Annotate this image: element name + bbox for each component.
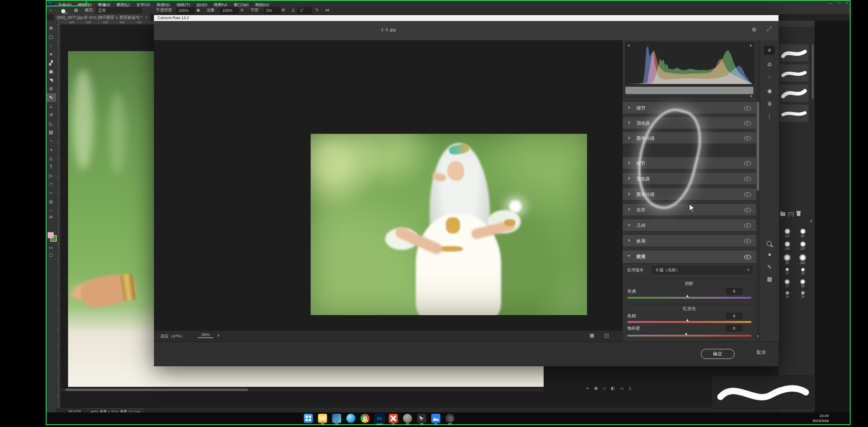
brush-preset[interactable]: 14	[780, 291, 794, 302]
symmetry-icon[interactable]: ⋈	[325, 6, 329, 14]
saturation-slider[interactable]: ▲	[627, 335, 752, 337]
hue-slider[interactable]: ▲	[627, 321, 752, 323]
opacity-select[interactable]: 100%	[176, 7, 195, 14]
presets-tool[interactable]: ≣	[760, 100, 779, 107]
gradient-tool[interactable]: ▧	[46, 128, 56, 137]
mode-select[interactable]: 正常	[96, 7, 142, 14]
zoom-value-field[interactable]: 30%	[198, 332, 213, 338]
more-options-icon[interactable]: ⋮	[760, 113, 779, 120]
brush-panel-icon[interactable]: ▤	[74, 6, 78, 14]
crop-tool[interactable]: ▞	[46, 58, 56, 67]
clone-stamp-tool[interactable]: ⊥	[46, 102, 56, 111]
slider-thumb[interactable]: ▲	[684, 332, 688, 336]
eye-icon[interactable]	[744, 136, 751, 141]
section-effects[interactable]: › 效果	[623, 234, 756, 247]
camera-raw-titlebar[interactable]: Camera Raw 14.2	[154, 15, 778, 21]
brush-preset[interactable]: 112	[780, 228, 794, 240]
flow-select[interactable]: 100%	[220, 7, 238, 14]
eye-icon[interactable]	[744, 223, 751, 228]
pressure-opacity-icon[interactable]: ◉	[196, 6, 200, 14]
settings-gear-icon[interactable]: ⚙	[752, 26, 757, 33]
foreground-color-swatch[interactable]	[48, 232, 54, 238]
tint-value[interactable]: 0	[726, 288, 742, 295]
draw-tool[interactable]: ✎	[760, 264, 779, 270]
dark-app-icon[interactable]	[417, 414, 426, 423]
brush-preset[interactable]: 60	[796, 228, 810, 240]
quick-select-tool[interactable]: ∗	[46, 50, 56, 58]
smoothing-gear-icon[interactable]: ⚙	[281, 6, 285, 14]
frame-tool[interactable]: ▣	[46, 67, 56, 76]
fullscreen-toggle-icon[interactable]: ↗ ↙	[767, 26, 772, 32]
eye-icon[interactable]	[744, 208, 751, 212]
shape-tool[interactable]: □	[46, 180, 56, 189]
fx-icon[interactable]: ◉	[594, 386, 603, 390]
tint-slider[interactable]: ▲	[627, 297, 752, 299]
process-version-select[interactable]: 5 版（当前） ∨	[652, 266, 752, 274]
brush-preset[interactable]: 24	[796, 291, 810, 302]
scroll-up-icon[interactable]: ∧	[750, 94, 752, 98]
fit-zoom-label[interactable]: 适应（47%）	[160, 333, 185, 339]
path-select-tool[interactable]: ▷	[46, 171, 56, 180]
zoom-chevron-icon[interactable]: ∨	[217, 333, 220, 337]
zoom-tool-icon[interactable]	[767, 241, 772, 246]
eye-icon[interactable]	[744, 121, 751, 126]
eye-icon[interactable]	[744, 177, 751, 181]
maximize-button[interactable]: □	[838, 1, 840, 5]
brush-preset[interactable]: 35	[796, 279, 810, 290]
file-explorer-icon[interactable]	[318, 414, 327, 423]
brush-preset[interactable]: 27	[780, 279, 794, 290]
gray-app-icon[interactable]	[403, 414, 412, 423]
eyedropper-tool[interactable]: ◥	[46, 76, 56, 84]
angle-value[interactable]: 1°	[298, 7, 312, 14]
shadow-clipping-icon[interactable]: ▲	[627, 43, 630, 47]
healing-tool[interactable]: ⊘	[46, 84, 56, 93]
hue-value[interactable]: 0	[726, 313, 742, 319]
adjustment-icon[interactable]: ◧	[611, 386, 620, 390]
blue-app-icon[interactable]	[431, 414, 440, 423]
photos-app-icon[interactable]	[332, 414, 341, 423]
brush-preset[interactable]: 127	[796, 241, 810, 253]
group-icon[interactable]: ▭	[620, 386, 629, 390]
eye-icon[interactable]	[744, 106, 751, 111]
camera-raw-preview[interactable]: 适应（47%） 30% ∨ ▦ ◫	[154, 40, 623, 342]
horizontal-scrollbar[interactable]	[60, 388, 544, 391]
scrollbar-thumb[interactable]	[65, 389, 248, 391]
section-calibration[interactable]: › 校准	[623, 250, 756, 264]
scroll-down-icon[interactable]: ∨	[756, 334, 760, 338]
brush-tool[interactable]: ✎	[46, 93, 56, 102]
brush-stroke-preset[interactable]	[779, 84, 809, 102]
mask-icon[interactable]: ▱	[603, 386, 611, 390]
ok-button[interactable]: 确定	[701, 349, 735, 359]
grid-view-icon[interactable]: ▦	[590, 332, 594, 338]
panel-scrollbar[interactable]	[812, 44, 814, 99]
pen-tool[interactable]: △	[46, 154, 56, 163]
panel-scrollbar-track[interactable]	[756, 40, 760, 342]
panel-menu-icon[interactable]: ≡	[810, 219, 812, 223]
zoom-tool[interactable]: ◎	[46, 197, 56, 206]
slider-thumb[interactable]: ▲	[686, 294, 689, 298]
brush-preset[interactable]: 59	[780, 254, 794, 265]
brush-preset[interactable]: 183	[796, 254, 810, 265]
chrome-browser-icon[interactable]	[360, 414, 370, 423]
before-after-icon[interactable]: ◫	[604, 332, 609, 338]
hand-tool[interactable]: ☞	[46, 189, 56, 197]
more-tools-icon[interactable]: ⋯	[46, 206, 56, 215]
grid-tool[interactable]: ▦	[760, 276, 779, 282]
folder-icon[interactable]	[780, 212, 785, 216]
edge-browser-icon[interactable]	[346, 414, 355, 423]
highlight-clipping-icon[interactable]: ▲	[749, 43, 752, 47]
history-brush-tool[interactable]: ↺	[46, 111, 56, 119]
document-tab[interactable]: QNQ_0677.jpg @ 41% (拷贝图层 1, 图层蒙版/8) *×	[54, 14, 151, 21]
smooth-select[interactable]: 0%	[264, 7, 281, 14]
type-tool[interactable]: T	[46, 163, 56, 171]
brush-stroke-preset[interactable]	[779, 64, 809, 82]
eye-icon[interactable]	[744, 255, 751, 259]
saturation-value[interactable]: 0	[726, 325, 742, 332]
mask-tool[interactable]: ◌	[760, 74, 779, 80]
pressure-size-icon[interactable]: ✎	[315, 6, 319, 14]
pan-dot-icon[interactable]: ●	[760, 251, 779, 258]
histogram[interactable]: ▲ ▲	[625, 42, 754, 85]
close-button[interactable]: ×	[846, 1, 848, 5]
red-eye-tool[interactable]: ◉	[760, 88, 779, 94]
swap-swatches-icon[interactable]: ⇄	[46, 215, 56, 219]
